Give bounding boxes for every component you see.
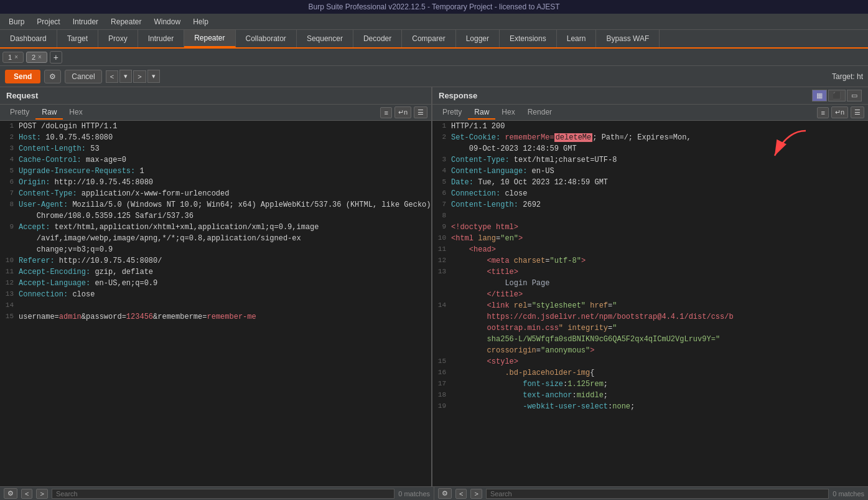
tab-dashboard[interactable]: Dashboard [0,30,57,47]
response-menu-icon-button[interactable]: ☰ [851,106,864,118]
request-tab-pretty[interactable]: Pretty [4,106,35,120]
line-content: text-anchor:middle; [451,390,868,401]
line-content: <title> [451,267,868,278]
repeater-tab-2[interactable]: 2 × [26,52,47,63]
response-line: 2Set-Cookie: rememberMe=deleteMe; Path=/… [432,132,868,154]
tab-repeater[interactable]: Repeater [184,30,235,47]
next-down-arrow-button[interactable]: ▾ [147,70,160,83]
line-number: 13 [432,267,451,277]
tab-learn[interactable]: Learn [557,30,597,47]
response-line: 14 <link rel="stylesheet" href=" https:/… [432,300,868,356]
tab-target[interactable]: Target [57,30,98,47]
request-search-input[interactable] [52,489,394,499]
line-content: username=admin&password=123456&rememberm… [19,311,431,323]
line-content: Content-Language: en-US [451,166,868,177]
tab-collaborator[interactable]: Collaborator [236,30,297,47]
line-content: <style> [451,356,868,367]
response-bottom-prev-button[interactable]: < [455,489,467,499]
tab-extensions[interactable]: Extensions [500,30,557,47]
request-menu-icon-button[interactable]: ☰ [414,106,427,118]
response-line: 9<!doctype html> [432,222,868,233]
tab-proxy[interactable]: Proxy [98,30,138,47]
send-button[interactable]: Send [5,70,40,83]
menu-burp[interactable]: Burp [2,16,30,28]
response-tab-render[interactable]: Render [521,106,558,120]
response-bottom-bar: ⚙ < > 0 matches [434,487,868,500]
repeater-tab-1[interactable]: 1 × [2,52,24,63]
line-number: 13 [0,289,19,300]
request-line: 9Accept: text/html,application/xhtml+xml… [0,222,431,255]
request-tab-raw[interactable]: Raw [35,106,63,120]
request-line: 5Upgrade-Insecure-Requests: 1 [0,166,431,177]
line-content: -webkit-user-select:none; [451,401,868,412]
layout-horizontal-button[interactable]: ⬛ [828,90,846,101]
line-content: Content-Length: 53 [19,143,431,154]
response-bottom-gear-button[interactable]: ⚙ [438,488,452,499]
line-content: Connection: close [19,289,431,300]
response-panel: Response ▦ ⬛ ▭ Pretty Raw Hex Render ≡ ↵… [432,87,868,486]
tab-sequencer[interactable]: Sequencer [297,30,353,47]
next-arrow-button[interactable]: > [133,70,146,83]
tab-intruder[interactable]: Intruder [138,30,184,47]
response-tab-pretty[interactable]: Pretty [436,106,468,120]
menu-help[interactable]: Help [187,16,215,28]
repeater-tab-2-close[interactable]: × [38,54,42,60]
line-number: 10 [0,255,19,266]
nav-tabs: Dashboard Target Proxy Intruder Repeater… [0,30,868,49]
repeater-tab-1-label: 1 [8,54,12,61]
line-number: 14 [0,300,19,311]
response-matches-text: 0 matches [833,490,864,498]
line-number: 6 [0,177,19,187]
line-content: <!doctype html> [451,222,868,233]
prev-arrow-button[interactable]: < [106,70,118,83]
request-bottom-prev-button[interactable]: < [21,489,32,499]
response-line: 16 .bd-placeholder-img{ [432,367,868,379]
line-number: 9 [432,222,451,232]
menu-window[interactable]: Window [147,16,187,28]
response-line: 6Connection: close [432,188,868,199]
menu-repeater[interactable]: Repeater [105,16,147,28]
request-sub-tabs-right: ≡ ↵n ☰ [380,106,427,118]
tab-logger[interactable]: Logger [456,30,500,47]
response-wrap-icon-button[interactable]: ↵n [831,106,848,118]
tab-decoder[interactable]: Decoder [353,30,402,47]
gear-button[interactable]: ⚙ [44,70,61,83]
response-line: 12 <meta charset="utf-8"> [432,255,868,267]
layout-vertical-button[interactable]: ▭ [847,90,862,101]
tab-comparer[interactable]: Comparer [402,30,455,47]
response-code-area[interactable]: 1HTTP/1.1 2002Set-Cookie: rememberMe=del… [432,121,868,486]
request-code-area[interactable]: 1POST /doLogin HTTP/1.12Host: 10.9.75.45… [0,121,431,486]
request-bottom-next-button[interactable]: > [36,489,47,499]
request-wrap-icon-button[interactable]: ↵n [394,106,411,118]
line-number: 19 [432,401,451,412]
line-number: 4 [0,154,19,165]
line-content: Origin: http://10.9.75.45:8080 [19,177,431,188]
line-content: Connection: close [451,188,868,199]
layout-side-by-side-button[interactable]: ▦ [812,90,827,101]
add-repeater-tab-button[interactable]: + [50,51,62,64]
response-bottom-next-button[interactable]: > [470,489,482,499]
request-tab-hex[interactable]: Hex [63,106,88,120]
request-list-icon-button[interactable]: ≡ [380,107,391,118]
menu-project[interactable]: Project [30,16,66,28]
response-tab-raw[interactable]: Raw [468,106,495,120]
toolbar-left: Send ⚙ Cancel < ▾ > ▾ [5,70,160,83]
response-search-input[interactable] [486,489,829,499]
request-line: 4Cache-Control: max-age=0 [0,154,431,166]
tab-bypass-waf[interactable]: Bypass WAF [596,30,660,47]
response-list-icon-button[interactable]: ≡ [817,107,828,118]
response-tab-hex[interactable]: Hex [495,106,521,120]
line-number: 1 [432,121,451,131]
menu-intruder[interactable]: Intruder [67,16,105,28]
repeater-tab-1-close[interactable]: × [14,54,18,60]
request-bottom-gear-button[interactable]: ⚙ [4,488,17,499]
request-line: 7Content-Type: application/x-www-form-ur… [0,188,431,199]
response-line: 5Date: Tue, 10 Oct 2023 12:48:59 GMT [432,177,868,188]
line-number: 12 [0,278,19,288]
title-text: Burp Suite Professional v2022.12.5 - Tem… [309,2,560,11]
line-number: 8 [432,210,451,221]
response-panel-header: Response [439,91,477,100]
request-line: 12Accept-Language: en-US,en;q=0.9 [0,278,431,289]
cancel-button[interactable]: Cancel [65,70,101,83]
down-arrow-button[interactable]: ▾ [119,70,132,83]
